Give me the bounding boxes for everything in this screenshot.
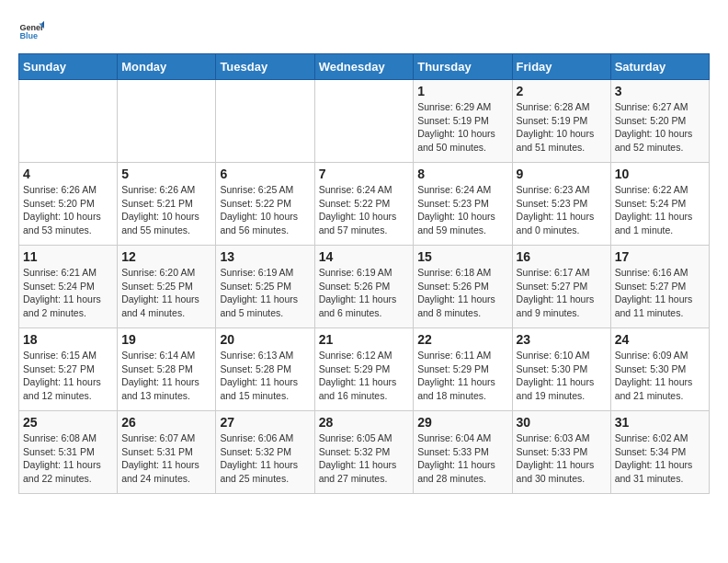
calendar-cell: 17Sunrise: 6:16 AMSunset: 5:27 PMDayligh… (610, 246, 709, 328)
cell-info: Sunrise: 6:23 AMSunset: 5:23 PMDaylight:… (517, 183, 607, 237)
calendar-cell: 26Sunrise: 6:07 AMSunset: 5:31 PMDayligh… (118, 411, 216, 494)
cell-day-number: 23 (517, 332, 607, 347)
cell-info: Sunrise: 6:24 AMSunset: 5:23 PMDaylight:… (417, 183, 507, 237)
svg-text:Blue: Blue (19, 31, 38, 40)
calendar-cell: 31Sunrise: 6:02 AMSunset: 5:34 PMDayligh… (610, 411, 709, 494)
cell-day-number: 28 (319, 415, 410, 430)
calendar-cell: 3Sunrise: 6:27 AMSunset: 5:20 PMDaylight… (610, 80, 709, 163)
calendar-cell: 22Sunrise: 6:11 AMSunset: 5:29 PMDayligh… (414, 328, 512, 411)
calendar-cell: 5Sunrise: 6:26 AMSunset: 5:21 PMDaylight… (118, 163, 216, 246)
logo: General Blue (18, 18, 44, 44)
cell-day-number: 7 (319, 167, 410, 181)
cell-day-number: 16 (517, 249, 607, 264)
cell-day-number: 8 (417, 167, 507, 181)
cell-info: Sunrise: 6:10 AMSunset: 5:30 PMDaylight:… (517, 349, 607, 403)
day-header-thursday: Thursday (414, 54, 512, 80)
cell-info: Sunrise: 6:25 AMSunset: 5:22 PMDaylight:… (220, 183, 310, 237)
cell-info: Sunrise: 6:26 AMSunset: 5:21 PMDaylight:… (121, 183, 211, 237)
calendar-cell: 27Sunrise: 6:06 AMSunset: 5:32 PMDayligh… (216, 411, 314, 494)
cell-day-number: 26 (121, 415, 211, 430)
calendar-cell: 2Sunrise: 6:28 AMSunset: 5:19 PMDaylight… (512, 80, 610, 163)
cell-info: Sunrise: 6:21 AMSunset: 5:24 PMDaylight:… (23, 266, 113, 320)
cell-day-number: 5 (121, 167, 211, 181)
page-header: General Blue (18, 18, 710, 44)
cell-info: Sunrise: 6:05 AMSunset: 5:32 PMDaylight:… (319, 431, 410, 486)
cell-day-number: 24 (615, 332, 705, 347)
cell-day-number: 4 (23, 167, 113, 181)
calendar-table: SundayMondayTuesdayWednesdayThursdayFrid… (18, 53, 710, 494)
calendar-cell: 12Sunrise: 6:20 AMSunset: 5:25 PMDayligh… (118, 246, 216, 328)
calendar-cell: 10Sunrise: 6:22 AMSunset: 5:24 PMDayligh… (610, 163, 709, 246)
cell-day-number: 3 (615, 84, 705, 98)
cell-info: Sunrise: 6:14 AMSunset: 5:28 PMDaylight:… (121, 349, 211, 403)
cell-day-number: 11 (23, 249, 113, 264)
cell-info: Sunrise: 6:09 AMSunset: 5:30 PMDaylight:… (615, 349, 705, 403)
cell-day-number: 21 (319, 332, 410, 347)
week-row-5: 25Sunrise: 6:08 AMSunset: 5:31 PMDayligh… (19, 411, 710, 494)
day-header-sunday: Sunday (19, 54, 118, 80)
cell-day-number: 25 (23, 415, 113, 430)
week-row-2: 4Sunrise: 6:26 AMSunset: 5:20 PMDaylight… (19, 163, 710, 246)
cell-info: Sunrise: 6:20 AMSunset: 5:25 PMDaylight:… (121, 266, 211, 320)
cell-day-number: 14 (319, 249, 410, 264)
calendar-cell: 24Sunrise: 6:09 AMSunset: 5:30 PMDayligh… (610, 328, 709, 411)
week-row-3: 11Sunrise: 6:21 AMSunset: 5:24 PMDayligh… (19, 246, 710, 328)
cell-info: Sunrise: 6:17 AMSunset: 5:27 PMDaylight:… (517, 266, 607, 320)
calendar-cell: 16Sunrise: 6:17 AMSunset: 5:27 PMDayligh… (512, 246, 610, 328)
cell-info: Sunrise: 6:29 AMSunset: 5:19 PMDaylight:… (417, 100, 507, 155)
cell-day-number: 2 (517, 84, 607, 98)
calendar-cell: 29Sunrise: 6:04 AMSunset: 5:33 PMDayligh… (414, 411, 512, 494)
calendar-cell: 13Sunrise: 6:19 AMSunset: 5:25 PMDayligh… (216, 246, 314, 328)
cell-info: Sunrise: 6:26 AMSunset: 5:20 PMDaylight:… (23, 183, 113, 237)
cell-day-number: 12 (121, 249, 211, 264)
calendar-cell: 25Sunrise: 6:08 AMSunset: 5:31 PMDayligh… (19, 411, 118, 494)
cell-day-number: 15 (417, 249, 507, 264)
cell-info: Sunrise: 6:19 AMSunset: 5:26 PMDaylight:… (319, 266, 410, 320)
cell-day-number: 18 (23, 332, 113, 347)
calendar-cell: 23Sunrise: 6:10 AMSunset: 5:30 PMDayligh… (512, 328, 610, 411)
cell-info: Sunrise: 6:15 AMSunset: 5:27 PMDaylight:… (23, 349, 113, 403)
calendar-cell: 21Sunrise: 6:12 AMSunset: 5:29 PMDayligh… (314, 328, 414, 411)
cell-info: Sunrise: 6:28 AMSunset: 5:19 PMDaylight:… (517, 100, 607, 155)
cell-info: Sunrise: 6:13 AMSunset: 5:28 PMDaylight:… (220, 349, 310, 403)
cell-day-number: 1 (417, 84, 507, 98)
cell-info: Sunrise: 6:22 AMSunset: 5:24 PMDaylight:… (615, 183, 705, 237)
calendar-body: 1Sunrise: 6:29 AMSunset: 5:19 PMDaylight… (19, 80, 710, 494)
day-header-saturday: Saturday (610, 54, 709, 80)
week-row-4: 18Sunrise: 6:15 AMSunset: 5:27 PMDayligh… (19, 328, 710, 411)
calendar-cell: 1Sunrise: 6:29 AMSunset: 5:19 PMDaylight… (414, 80, 512, 163)
cell-info: Sunrise: 6:27 AMSunset: 5:20 PMDaylight:… (615, 100, 705, 155)
calendar-cell: 30Sunrise: 6:03 AMSunset: 5:33 PMDayligh… (512, 411, 610, 494)
calendar-cell: 11Sunrise: 6:21 AMSunset: 5:24 PMDayligh… (19, 246, 118, 328)
cell-day-number: 22 (417, 332, 507, 347)
day-header-friday: Friday (512, 54, 610, 80)
cell-day-number: 19 (121, 332, 211, 347)
cell-day-number: 17 (615, 249, 705, 264)
cell-day-number: 30 (517, 415, 607, 430)
cell-info: Sunrise: 6:04 AMSunset: 5:33 PMDaylight:… (417, 431, 507, 486)
logo-icon: General Blue (18, 18, 44, 44)
cell-info: Sunrise: 6:18 AMSunset: 5:26 PMDaylight:… (417, 266, 507, 320)
cell-day-number: 10 (615, 167, 705, 181)
cell-info: Sunrise: 6:06 AMSunset: 5:32 PMDaylight:… (220, 431, 310, 486)
cell-day-number: 31 (615, 415, 705, 430)
cell-info: Sunrise: 6:07 AMSunset: 5:31 PMDaylight:… (121, 431, 211, 486)
days-of-week-row: SundayMondayTuesdayWednesdayThursdayFrid… (19, 54, 710, 80)
calendar-cell: 19Sunrise: 6:14 AMSunset: 5:28 PMDayligh… (118, 328, 216, 411)
calendar-cell: 8Sunrise: 6:24 AMSunset: 5:23 PMDaylight… (414, 163, 512, 246)
day-header-tuesday: Tuesday (216, 54, 314, 80)
week-row-1: 1Sunrise: 6:29 AMSunset: 5:19 PMDaylight… (19, 80, 710, 163)
calendar-cell (314, 80, 414, 163)
cell-day-number: 29 (417, 415, 507, 430)
cell-day-number: 9 (517, 167, 607, 181)
calendar-cell (216, 80, 314, 163)
cell-info: Sunrise: 6:12 AMSunset: 5:29 PMDaylight:… (319, 349, 410, 403)
cell-info: Sunrise: 6:03 AMSunset: 5:33 PMDaylight:… (517, 431, 607, 486)
day-header-monday: Monday (118, 54, 216, 80)
calendar-header: SundayMondayTuesdayWednesdayThursdayFrid… (19, 54, 710, 80)
cell-day-number: 6 (220, 167, 310, 181)
calendar-cell: 20Sunrise: 6:13 AMSunset: 5:28 PMDayligh… (216, 328, 314, 411)
cell-info: Sunrise: 6:16 AMSunset: 5:27 PMDaylight:… (615, 266, 705, 320)
cell-info: Sunrise: 6:08 AMSunset: 5:31 PMDaylight:… (23, 431, 113, 486)
day-header-wednesday: Wednesday (314, 54, 414, 80)
